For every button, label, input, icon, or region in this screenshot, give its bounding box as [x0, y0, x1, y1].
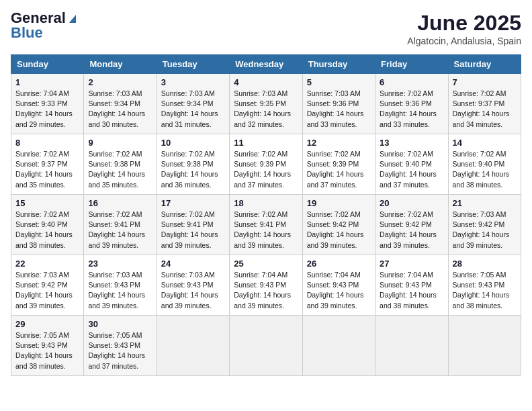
day-number-30: 30 — [88, 319, 152, 329]
day-info-4: Sunrise: 7:03 AM Sunset: 9:35 PM Dayligh… — [234, 89, 298, 130]
month-title: June 2025 — [407, 11, 521, 36]
day-number-28: 28 — [453, 259, 517, 269]
calendar-empty-cell — [230, 316, 302, 376]
day-info-2: Sunrise: 7:03 AM Sunset: 9:34 PM Dayligh… — [88, 89, 152, 130]
day-info-9: Sunrise: 7:02 AM Sunset: 9:38 PM Dayligh… — [88, 149, 152, 190]
day-number-14: 14 — [453, 138, 517, 148]
calendar-day-15: 15Sunrise: 7:02 AM Sunset: 9:40 PM Dayli… — [11, 195, 84, 255]
calendar-day-10: 10Sunrise: 7:02 AM Sunset: 9:38 PM Dayli… — [157, 134, 229, 195]
day-info-27: Sunrise: 7:04 AM Sunset: 9:43 PM Dayligh… — [380, 270, 443, 311]
calendar-day-4: 4Sunrise: 7:03 AM Sunset: 9:35 PM Daylig… — [230, 74, 302, 134]
day-info-22: Sunrise: 7:03 AM Sunset: 9:42 PM Dayligh… — [15, 270, 79, 311]
day-info-24: Sunrise: 7:03 AM Sunset: 9:43 PM Dayligh… — [161, 270, 225, 311]
calendar-day-23: 23Sunrise: 7:03 AM Sunset: 9:43 PM Dayli… — [84, 255, 157, 316]
calendar-header-saturday: Saturday — [448, 55, 521, 74]
day-info-6: Sunrise: 7:02 AM Sunset: 9:36 PM Dayligh… — [380, 89, 443, 130]
day-number-27: 27 — [380, 259, 443, 269]
day-number-11: 11 — [234, 138, 298, 148]
calendar-week-5: 29Sunrise: 7:05 AM Sunset: 9:43 PM Dayli… — [11, 316, 521, 376]
calendar-header-sunday: Sunday — [11, 55, 84, 74]
day-number-16: 16 — [88, 198, 152, 208]
day-number-25: 25 — [234, 259, 298, 269]
day-number-4: 4 — [234, 77, 298, 87]
calendar-day-29: 29Sunrise: 7:05 AM Sunset: 9:43 PM Dayli… — [11, 316, 84, 376]
title-area: June 2025 Algatocin, Andalusia, Spain — [407, 11, 521, 46]
calendar-day-13: 13Sunrise: 7:02 AM Sunset: 9:40 PM Dayli… — [375, 134, 448, 195]
calendar-header-row: SundayMondayTuesdayWednesdayThursdayFrid… — [11, 55, 521, 74]
day-number-10: 10 — [161, 138, 225, 148]
location-title: Algatocin, Andalusia, Spain — [407, 36, 521, 46]
calendar-day-21: 21Sunrise: 7:03 AM Sunset: 9:42 PM Dayli… — [448, 195, 521, 255]
day-info-11: Sunrise: 7:02 AM Sunset: 9:39 PM Dayligh… — [234, 149, 298, 190]
day-info-17: Sunrise: 7:02 AM Sunset: 9:41 PM Dayligh… — [161, 210, 225, 250]
calendar-header-wednesday: Wednesday — [230, 55, 302, 74]
day-info-3: Sunrise: 7:03 AM Sunset: 9:34 PM Dayligh… — [161, 89, 225, 130]
day-number-9: 9 — [88, 138, 152, 148]
day-info-5: Sunrise: 7:03 AM Sunset: 9:36 PM Dayligh… — [307, 89, 371, 130]
day-number-1: 1 — [15, 77, 79, 87]
day-info-13: Sunrise: 7:02 AM Sunset: 9:40 PM Dayligh… — [380, 149, 443, 190]
day-number-21: 21 — [453, 198, 517, 208]
svg-marker-0 — [69, 15, 76, 23]
day-info-19: Sunrise: 7:02 AM Sunset: 9:42 PM Dayligh… — [307, 210, 371, 250]
day-number-12: 12 — [307, 138, 371, 148]
day-number-26: 26 — [307, 259, 371, 269]
calendar-day-30: 30Sunrise: 7:05 AM Sunset: 9:43 PM Dayli… — [84, 316, 157, 376]
calendar-header-monday: Monday — [84, 55, 157, 74]
day-info-8: Sunrise: 7:02 AM Sunset: 9:37 PM Dayligh… — [15, 149, 79, 190]
day-info-1: Sunrise: 7:04 AM Sunset: 9:33 PM Dayligh… — [15, 89, 79, 130]
day-number-29: 29 — [15, 319, 79, 329]
calendar-day-28: 28Sunrise: 7:05 AM Sunset: 9:43 PM Dayli… — [448, 255, 521, 316]
day-number-3: 3 — [161, 77, 225, 87]
day-info-10: Sunrise: 7:02 AM Sunset: 9:38 PM Dayligh… — [161, 149, 225, 190]
day-info-18: Sunrise: 7:02 AM Sunset: 9:41 PM Dayligh… — [234, 210, 298, 250]
day-info-21: Sunrise: 7:03 AM Sunset: 9:42 PM Dayligh… — [453, 210, 517, 250]
calendar-day-17: 17Sunrise: 7:02 AM Sunset: 9:41 PM Dayli… — [157, 195, 229, 255]
calendar-day-16: 16Sunrise: 7:02 AM Sunset: 9:41 PM Dayli… — [84, 195, 157, 255]
day-number-13: 13 — [380, 138, 443, 148]
day-number-19: 19 — [307, 198, 371, 208]
calendar-day-12: 12Sunrise: 7:02 AM Sunset: 9:39 PM Dayli… — [302, 134, 375, 195]
logo: General Blue — [11, 11, 79, 40]
calendar-week-3: 15Sunrise: 7:02 AM Sunset: 9:40 PM Dayli… — [11, 195, 521, 255]
calendar-day-27: 27Sunrise: 7:04 AM Sunset: 9:43 PM Dayli… — [375, 255, 448, 316]
day-number-2: 2 — [88, 77, 152, 87]
calendar-day-25: 25Sunrise: 7:04 AM Sunset: 9:43 PM Dayli… — [230, 255, 302, 316]
day-info-15: Sunrise: 7:02 AM Sunset: 9:40 PM Dayligh… — [15, 210, 79, 250]
calendar-week-2: 8Sunrise: 7:02 AM Sunset: 9:37 PM Daylig… — [11, 134, 521, 195]
day-info-29: Sunrise: 7:05 AM Sunset: 9:43 PM Dayligh… — [15, 330, 79, 371]
calendar-empty-cell — [375, 316, 448, 376]
day-info-23: Sunrise: 7:03 AM Sunset: 9:43 PM Dayligh… — [88, 270, 152, 311]
calendar-empty-cell — [157, 316, 229, 376]
calendar-day-5: 5Sunrise: 7:03 AM Sunset: 9:36 PM Daylig… — [302, 74, 375, 134]
day-number-20: 20 — [380, 198, 443, 208]
day-info-12: Sunrise: 7:02 AM Sunset: 9:39 PM Dayligh… — [307, 149, 371, 190]
calendar-header-friday: Friday — [375, 55, 448, 74]
calendar-day-22: 22Sunrise: 7:03 AM Sunset: 9:42 PM Dayli… — [11, 255, 84, 316]
day-info-16: Sunrise: 7:02 AM Sunset: 9:41 PM Dayligh… — [88, 210, 152, 250]
day-number-23: 23 — [88, 259, 152, 269]
calendar-day-1: 1Sunrise: 7:04 AM Sunset: 9:33 PM Daylig… — [11, 74, 84, 134]
day-info-25: Sunrise: 7:04 AM Sunset: 9:43 PM Dayligh… — [234, 270, 298, 311]
calendar-day-3: 3Sunrise: 7:03 AM Sunset: 9:34 PM Daylig… — [157, 74, 229, 134]
day-info-20: Sunrise: 7:02 AM Sunset: 9:42 PM Dayligh… — [380, 210, 443, 250]
calendar-day-11: 11Sunrise: 7:02 AM Sunset: 9:39 PM Dayli… — [230, 134, 302, 195]
calendar-day-18: 18Sunrise: 7:02 AM Sunset: 9:41 PM Dayli… — [230, 195, 302, 255]
calendar-day-14: 14Sunrise: 7:02 AM Sunset: 9:40 PM Dayli… — [448, 134, 521, 195]
day-number-5: 5 — [307, 77, 371, 87]
logo-general-text: General — [11, 11, 66, 26]
calendar-body: 1Sunrise: 7:04 AM Sunset: 9:33 PM Daylig… — [11, 74, 521, 376]
day-number-18: 18 — [234, 198, 298, 208]
day-number-8: 8 — [15, 138, 79, 148]
calendar-day-26: 26Sunrise: 7:04 AM Sunset: 9:43 PM Dayli… — [302, 255, 375, 316]
day-number-24: 24 — [161, 259, 225, 269]
calendar-header-thursday: Thursday — [302, 55, 375, 74]
day-number-22: 22 — [15, 259, 79, 269]
calendar-week-4: 22Sunrise: 7:03 AM Sunset: 9:42 PM Dayli… — [11, 255, 521, 316]
day-info-30: Sunrise: 7:05 AM Sunset: 9:43 PM Dayligh… — [88, 330, 152, 371]
header: General Blue June 2025 Algatocin, Andalu… — [11, 11, 521, 46]
day-number-7: 7 — [453, 77, 517, 87]
day-info-26: Sunrise: 7:04 AM Sunset: 9:43 PM Dayligh… — [307, 270, 371, 311]
day-info-14: Sunrise: 7:02 AM Sunset: 9:40 PM Dayligh… — [453, 149, 517, 190]
day-info-28: Sunrise: 7:05 AM Sunset: 9:43 PM Dayligh… — [453, 270, 517, 311]
